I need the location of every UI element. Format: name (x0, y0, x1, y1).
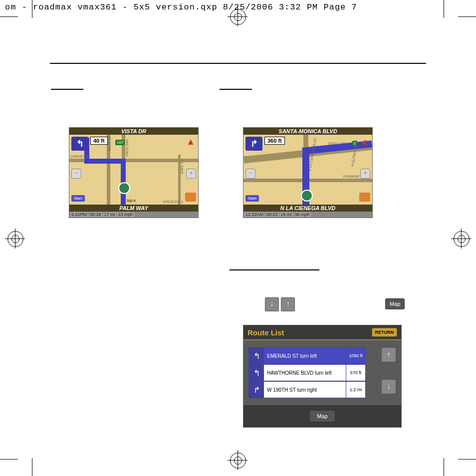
crop-mark (444, 458, 444, 476)
turn-distance: 360 ft (264, 137, 285, 145)
up-arrow-icon: ↑ (281, 297, 295, 311)
gps-screenshot-right: SANTA-MONICA BLVD ↱ 360 ft 2 ROMAINE ST … (243, 127, 373, 218)
street-label: SPENCER S (163, 200, 183, 204)
street-label: PALM WAY (125, 139, 129, 157)
turn-indicator: ↰ (71, 137, 88, 151)
vehicle-position-icon (118, 182, 130, 194)
start-button[interactable]: Start (245, 195, 259, 202)
route-item[interactable]: ↱ W 190TH ST turn right 1.2 mi (248, 381, 366, 398)
street-label: GARNET ST (70, 155, 90, 158)
route-table: ↰ EMERALD ST turn left 1090 ft ↰ HAWTHOR… (248, 347, 366, 398)
route-item[interactable]: ↰ HAWTHORNE BLVD turn left 570 ft (248, 364, 366, 381)
turn-left-icon: ↰ (249, 348, 264, 364)
compass-north-icon: ▲ (186, 137, 195, 147)
distance-remaining: 17 mi (103, 212, 116, 217)
registration-mark (228, 450, 247, 470)
clock: 9:41PM (70, 212, 88, 217)
inline-button-group: ↓ ↑ (265, 297, 295, 311)
scroll-up-button[interactable]: ↑ (381, 347, 396, 362)
zoom-out-button[interactable]: − (71, 169, 81, 179)
distance-remaining: 16 mi (280, 212, 293, 217)
route-item-text: EMERALD ST turn left (264, 348, 346, 364)
registration-mark (228, 6, 247, 26)
status-bar: 9:41PM 00:28 17 mi 13 mph (69, 212, 198, 218)
zoom-in-button[interactable]: + (360, 169, 370, 179)
street-label: EARL ST (180, 160, 184, 174)
clock: 12:32AM (244, 212, 264, 217)
route-list-screenshot: Route List RETURN ↰ EMERALD ST turn left… (243, 325, 402, 428)
start-button[interactable]: Start (71, 195, 85, 202)
turn-distance: 40 ft (90, 137, 108, 145)
speed-indicator: 36 mph (294, 212, 311, 217)
section-heading-underline (220, 89, 252, 90)
zoom-out-button[interactable]: − (245, 169, 255, 179)
map-button-inline: Map (385, 298, 405, 309)
registration-mark (5, 229, 25, 248)
current-street: N LA CIENEGA BLVD (243, 205, 372, 212)
vehicle-position-icon (301, 190, 313, 202)
route-item-distance: 1.2 mi (346, 382, 365, 398)
crop-mark (458, 16, 476, 17)
section-heading-underline (230, 269, 319, 270)
speaker-icon[interactable] (359, 193, 370, 202)
page-top-rule (50, 63, 426, 64)
crop-mark (458, 459, 476, 460)
section-heading-underline (51, 89, 83, 90)
street-label: VISTA DR (108, 136, 111, 151)
time-remaining: 00:23 (265, 212, 279, 217)
street-label: KNOLL DR (328, 142, 346, 145)
turn-indicator: ↱ (245, 137, 262, 151)
route-item-distance: 570 ft (346, 365, 365, 381)
turn-right-icon: ↱ (249, 382, 264, 398)
gps-screenshot-left: VISTA DR ↰ 40 ft 107 GARNET ST VISTA DR … (69, 127, 199, 218)
highway-shield: 107 (115, 140, 125, 145)
zoom-in-button[interactable]: + (186, 169, 196, 179)
turn-left-icon: ↰ (249, 365, 264, 381)
current-street: PALM WAY (69, 205, 198, 212)
map-button[interactable]: Map (309, 410, 335, 422)
route-item-distance: 1090 ft (346, 348, 365, 364)
map-view: ↱ 360 ft 2 ROMAINE ST KNOLL DR N ALFRED … (243, 135, 372, 205)
crop-mark (0, 459, 18, 460)
next-street: SANTA-MONICA BLVD (243, 128, 372, 135)
next-street: VISTA DR (69, 128, 198, 135)
status-bar: 12:32AM 00:23 16 mi 36 mph (243, 212, 372, 218)
speed-indicator: 13 mph (117, 212, 134, 217)
scroll-down-button[interactable]: ↓ (381, 379, 396, 394)
route-item-text: HAWTHORNE BLVD turn left (264, 365, 346, 381)
crop-mark (32, 458, 32, 476)
registration-mark (451, 229, 471, 248)
crop-mark (32, 0, 32, 18)
map-view: ↰ 40 ft 107 GARNET ST VISTA DR PALM WAY … (69, 135, 198, 205)
route-list-title: Route List (247, 328, 284, 337)
route-item-text: W 190TH ST turn right (264, 382, 346, 398)
scale-label: 500 ft (127, 199, 136, 203)
crop-mark (0, 16, 18, 17)
down-arrow-icon: ↓ (265, 297, 279, 311)
time-remaining: 00:28 (89, 212, 102, 217)
route-item[interactable]: ↰ EMERALD ST turn left 1090 ft (248, 347, 366, 364)
speaker-icon[interactable] (185, 193, 196, 202)
crop-mark (444, 0, 444, 18)
return-button[interactable]: RETURN (372, 328, 398, 337)
